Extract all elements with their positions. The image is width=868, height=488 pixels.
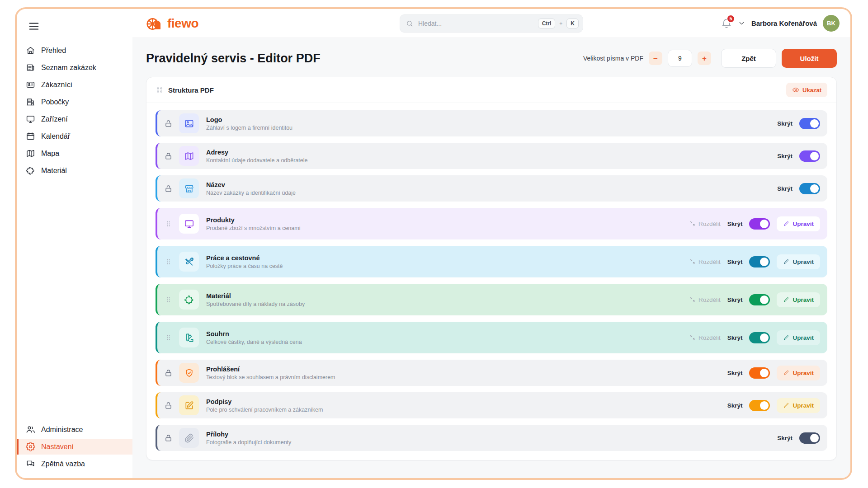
hide-toggle[interactable] xyxy=(799,432,820,444)
edit-button[interactable]: Upravit xyxy=(777,366,820,380)
hide-toggle[interactable] xyxy=(749,256,770,267)
lock-icon xyxy=(164,152,173,160)
edit-button[interactable]: Upravit xyxy=(777,254,820,269)
split-button[interactable]: Rozdělit xyxy=(689,221,721,227)
section-actions: RozdělitSkrýtUpravit xyxy=(689,216,820,231)
hide-label: Skrýt xyxy=(777,120,793,127)
pdf-section-row-nazev: NázevNázev zakázky a identifikační údaje… xyxy=(156,175,827,202)
kbd-k: K xyxy=(566,19,579,28)
logo[interactable]: fiewo xyxy=(145,14,198,33)
section-actions: Skrýt xyxy=(777,432,820,444)
hide-toggle[interactable] xyxy=(799,183,820,194)
section-icon-box xyxy=(179,146,199,166)
pdf-section-row-souhrn: SouhrnCelkové částky, daně a výsledná ce… xyxy=(156,322,827,353)
sidebar-item-nastaveni[interactable]: Nastavení xyxy=(17,439,132,455)
drag-handle-icon[interactable] xyxy=(164,258,173,266)
lock-icon xyxy=(164,369,173,377)
sidebar-item-mapa[interactable]: Mapa xyxy=(17,145,132,161)
hide-toggle[interactable] xyxy=(799,150,820,162)
pdf-structure-card: Struktura PDF Ukazat LogoZáhlaví s logem… xyxy=(146,77,837,460)
edit-label: Upravit xyxy=(793,402,814,409)
font-size-increase-button[interactable]: + xyxy=(698,52,711,65)
edit-button[interactable]: Upravit xyxy=(777,398,820,413)
sidebar-item-kalendar[interactable]: Kalendář xyxy=(17,128,132,144)
save-button[interactable]: Uložit xyxy=(782,49,837,68)
sidebar-item-zpetna-vazba[interactable]: Zpětná vazba xyxy=(17,456,132,472)
section-subtitle: Název zakázky a identifikační údaje xyxy=(206,190,296,196)
hide-label: Skrýt xyxy=(727,370,743,376)
toggle-knob xyxy=(810,152,819,160)
edit-label: Upravit xyxy=(793,334,814,341)
section-text: LogoZáhlaví s logem a firemní identitou xyxy=(206,116,292,131)
font-size-input[interactable] xyxy=(668,50,692,67)
edit-button[interactable]: Upravit xyxy=(777,216,820,231)
grid-icon xyxy=(156,86,164,94)
split-label: Rozdělit xyxy=(698,296,721,303)
sidebar-item-material[interactable]: Materiál xyxy=(17,163,132,178)
split-button[interactable]: Rozdělit xyxy=(689,296,721,303)
drag-handle-icon[interactable] xyxy=(164,333,173,342)
card-header: Struktura PDF Ukazat xyxy=(146,77,836,103)
topbar: fiewo Ctrl + K 5 Barbora Kořenářová BK xyxy=(132,9,850,38)
page-title: Pravidelný servis - Editor PDF xyxy=(146,52,321,66)
hide-toggle[interactable] xyxy=(749,332,770,343)
sidebar-item-administrace[interactable]: Administrace xyxy=(17,422,132,437)
menu-toggle-button[interactable] xyxy=(26,18,42,33)
sidebar-item-seznam-zakazek[interactable]: Seznam zakázek xyxy=(17,60,132,75)
section-actions: SkrýtUpravit xyxy=(727,398,820,413)
sidebar-item-pobocky[interactable]: Pobočky xyxy=(17,94,132,110)
font-size-decrease-button[interactable]: − xyxy=(649,52,662,65)
hide-label: Skrýt xyxy=(727,258,743,265)
split-button[interactable]: Rozdělit xyxy=(689,258,721,265)
pdf-section-row-prace-a-cestovne: Práce a cestovnéPoložky práce a času na … xyxy=(156,246,827,277)
section-title: Produkty xyxy=(206,216,300,224)
section-actions: RozdělitSkrýtUpravit xyxy=(689,330,820,345)
eye-icon xyxy=(792,86,799,94)
sidebar-item-label: Mapa xyxy=(41,150,59,158)
hide-toggle[interactable] xyxy=(799,118,820,129)
sidebar-item-prehled[interactable]: Přehled xyxy=(17,42,132,58)
hide-toggle[interactable] xyxy=(749,218,770,230)
user-name[interactable]: Barbora Kořenářová xyxy=(751,19,817,27)
edit-button[interactable]: Upravit xyxy=(777,292,820,307)
section-subtitle: Položky práce a času na cestě xyxy=(206,263,283,269)
section-subtitle: Spotřebované díly a náklady na zásoby xyxy=(206,301,305,307)
lock-icon xyxy=(164,434,173,442)
sidebar-item-label: Zákazníci xyxy=(41,81,72,89)
section-icon-box xyxy=(179,363,199,383)
back-button[interactable]: Zpět xyxy=(721,49,776,68)
section-title: Přílohy xyxy=(206,431,291,438)
sidebar-item-zakaznici[interactable]: Zákazníci xyxy=(17,77,132,93)
hide-toggle[interactable] xyxy=(749,367,770,379)
section-text: PodpisyPole pro schválení pracovníkem a … xyxy=(206,398,323,413)
sidebar-item-zarizeni[interactable]: Zařízení xyxy=(17,111,132,127)
search-bar[interactable]: Ctrl + K xyxy=(400,14,583,33)
news-icon xyxy=(26,63,35,72)
edit-label: Upravit xyxy=(793,258,814,265)
split-label: Rozdělit xyxy=(698,258,721,265)
hide-toggle[interactable] xyxy=(749,294,770,305)
chevron-down-icon[interactable] xyxy=(738,19,745,27)
avatar[interactable]: BK xyxy=(823,15,840,32)
drag-handle-icon[interactable] xyxy=(164,220,173,228)
search-input[interactable] xyxy=(417,19,534,28)
hide-toggle[interactable] xyxy=(749,400,770,411)
logo-text: fiewo xyxy=(167,16,198,31)
section-actions: RozdělitSkrýtUpravit xyxy=(689,292,820,307)
kbd-separator: + xyxy=(559,20,562,27)
sidebar-item-label: Přehled xyxy=(41,47,66,55)
section-text: MateriálSpotřebované díly a náklady na z… xyxy=(206,292,305,307)
sidebar-item-label: Materiál xyxy=(41,167,67,175)
edit-button[interactable]: Upravit xyxy=(777,330,820,345)
map-icon xyxy=(26,149,35,158)
lock-icon xyxy=(164,119,173,128)
home-icon xyxy=(26,46,35,55)
app-window: PřehledSeznam zakázekZákazníciPobočkyZař… xyxy=(15,7,852,480)
toggle-knob xyxy=(810,119,819,128)
drag-handle-icon[interactable] xyxy=(164,296,173,304)
split-button[interactable]: Rozdělit xyxy=(689,334,721,341)
section-subtitle: Pole pro schválení pracovníkem a zákazní… xyxy=(206,407,323,413)
show-preview-button[interactable]: Ukazat xyxy=(786,83,827,97)
notifications-button[interactable]: 5 xyxy=(721,18,732,29)
hide-label: Skrýt xyxy=(777,185,793,192)
